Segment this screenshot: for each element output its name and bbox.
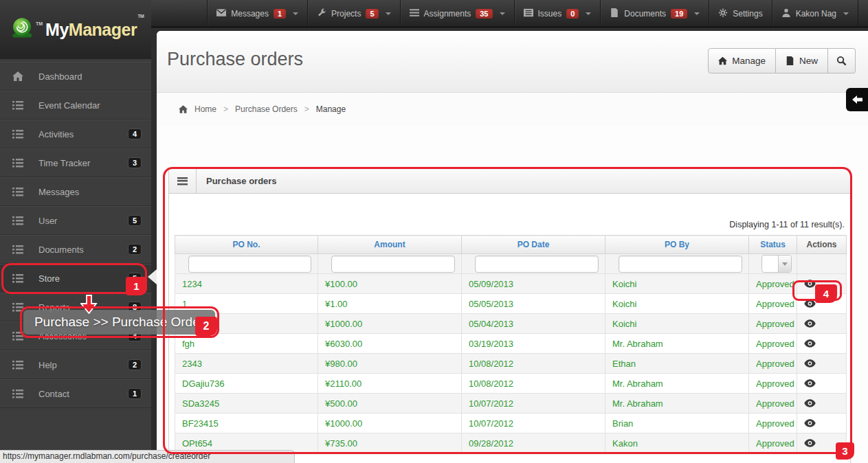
- left-arrow-icon: [852, 95, 863, 104]
- nav-label: Assignments: [424, 9, 471, 19]
- envelope-icon: [216, 8, 226, 19]
- list-icon: [12, 130, 23, 139]
- view-action[interactable]: [797, 374, 847, 394]
- sidebar-item-time-tracker[interactable]: Time Tracker 3: [0, 148, 151, 177]
- list-icon: [12, 303, 23, 312]
- new-button[interactable]: New: [776, 48, 828, 74]
- breadcrumb-current: Manage: [316, 104, 346, 114]
- nav-item-assignments[interactable]: Assignments 35: [400, 0, 514, 27]
- breadcrumb-home[interactable]: Home: [194, 104, 216, 114]
- table-filter-row: [175, 254, 847, 274]
- hamburger-icon: [177, 177, 188, 185]
- view-action[interactable]: [797, 414, 847, 433]
- list-icon: [12, 216, 23, 225]
- main-content: Purchase orders Manage New Home > Purcha…: [157, 31, 868, 463]
- eye-icon: [804, 319, 816, 328]
- list-icon: [12, 188, 23, 196]
- sidebar-item-user[interactable]: User 5: [0, 206, 151, 235]
- logo-text: MyManagerTM: [45, 20, 143, 40]
- filter-input-amount[interactable]: [331, 256, 455, 273]
- col-header-po-date[interactable]: PO Date: [462, 236, 605, 254]
- nav-label: Issues: [538, 9, 562, 19]
- status-filter-select[interactable]: [761, 255, 792, 273]
- breadcrumb-purchase-orders[interactable]: Purchase Orders: [235, 104, 298, 114]
- annotation-badge-1: 1: [126, 277, 147, 295]
- eye-icon: [804, 280, 816, 288]
- page-title: Purchase orders: [167, 49, 303, 70]
- table-row: 1 ¥1.00 05/05/2013 Koichi Approved: [175, 294, 847, 314]
- app-logo[interactable]: TM MyManagerTM: [0, 0, 151, 59]
- breadcrumb-separator-icon: >: [223, 104, 228, 114]
- search-button[interactable]: [828, 48, 856, 74]
- nav-count-badge: 1: [274, 9, 286, 19]
- count-badge: 2: [128, 244, 142, 255]
- count-badge: 2: [128, 359, 142, 370]
- table-row: 1234 ¥100.00 05/09/2013 Koichi Approved: [175, 274, 847, 294]
- home-icon: [718, 56, 727, 65]
- purchase-orders-table: PO No. Amount PO Date PO By Status Actio…: [175, 235, 847, 453]
- user-name: Kakon Nag: [796, 9, 836, 19]
- filter-input-po-no[interactable]: [188, 256, 311, 273]
- filter-input-po-by[interactable]: [619, 256, 742, 273]
- breadcrumb: Home > Purchase Orders > Manage: [157, 93, 868, 126]
- col-header-actions: Actions: [797, 236, 847, 254]
- select-dropdown-button[interactable]: [778, 256, 791, 272]
- panel-title: Purchase orders: [206, 176, 277, 186]
- sidebar-item-dashboard[interactable]: Dashboard: [0, 62, 151, 91]
- breadcrumb-home-icon: [179, 105, 188, 113]
- list-icon: [12, 245, 23, 254]
- sidebar-item-contact[interactable]: Contact 1: [0, 379, 151, 408]
- list-icon: [12, 159, 23, 168]
- count-badge: 4: [128, 128, 142, 139]
- sidebar-item-messages[interactable]: Messages: [0, 177, 151, 206]
- list-icon: [12, 101, 23, 110]
- nav-item-projects[interactable]: Projects 5: [307, 0, 399, 27]
- view-action[interactable]: [797, 354, 847, 374]
- document-icon: [610, 8, 619, 19]
- nav-count-badge: 19: [671, 9, 687, 19]
- table-row: ZAW3 ¥1000.00 05/04/2013 Koichi Approved: [175, 314, 847, 334]
- sidebar-item-help[interactable]: Help 2: [0, 350, 151, 379]
- list-icon: [12, 274, 23, 283]
- col-header-po-by[interactable]: PO By: [605, 236, 749, 254]
- sidebar-item-documents[interactable]: Documents 2: [0, 235, 151, 264]
- table-row: fgh ¥6030.00 03/19/2013 Mr. Abraham Appr…: [175, 334, 847, 354]
- eye-icon: [804, 439, 816, 447]
- view-action[interactable]: [797, 314, 847, 334]
- status-bar: https://mymanager.rndlabman.com/purchase…: [0, 450, 295, 463]
- eye-icon: [804, 300, 816, 308]
- panel-header: Purchase orders: [169, 169, 850, 194]
- annotation-badge-4: 4: [815, 284, 837, 303]
- sidebar-item-event-calendar[interactable]: Event Calendar: [0, 91, 151, 120]
- nav-item-settings[interactable]: Settings: [709, 0, 771, 27]
- view-action[interactable]: [797, 394, 847, 414]
- view-action[interactable]: [797, 334, 847, 354]
- col-header-po-no[interactable]: PO No.: [175, 236, 318, 254]
- annotation-badge-3: 3: [836, 442, 854, 460]
- nav-item-user-menu[interactable]: Kakon Nag: [772, 0, 858, 27]
- table-header-row: PO No. Amount PO Date PO By Status Actio…: [175, 236, 847, 254]
- nav-count-badge: 0: [566, 9, 579, 19]
- wrench-icon: [317, 8, 326, 19]
- filter-input-po-date[interactable]: [475, 256, 599, 273]
- panel-menu-button[interactable]: [169, 169, 197, 193]
- nav-item-messages[interactable]: Messages 1: [207, 0, 307, 27]
- collapse-sidebar-button[interactable]: [846, 88, 868, 111]
- manage-button[interactable]: Manage: [708, 48, 776, 74]
- col-header-status[interactable]: Status: [749, 236, 797, 254]
- nav-label: Documents: [624, 9, 666, 19]
- list-icon: [12, 361, 23, 370]
- count-badge: 3: [128, 157, 142, 168]
- panel-body: Displaying 1-11 of 11 result(s). PO No. …: [169, 220, 850, 453]
- nav-item-issues[interactable]: Issues 0: [514, 0, 601, 27]
- count-badge: 1: [128, 388, 142, 399]
- col-header-amount[interactable]: Amount: [318, 236, 462, 254]
- issues-list-icon: [524, 8, 533, 19]
- eye-icon: [804, 339, 816, 348]
- sidebar-item-activities[interactable]: Activities 4: [0, 120, 151, 148]
- nav-count-badge: 35: [476, 9, 492, 19]
- nav-item-documents[interactable]: Documents 19: [600, 0, 709, 27]
- page-action-buttons: Manage New: [708, 48, 856, 74]
- chevron-down-icon: [694, 12, 700, 15]
- chevron-down-icon: [293, 12, 298, 15]
